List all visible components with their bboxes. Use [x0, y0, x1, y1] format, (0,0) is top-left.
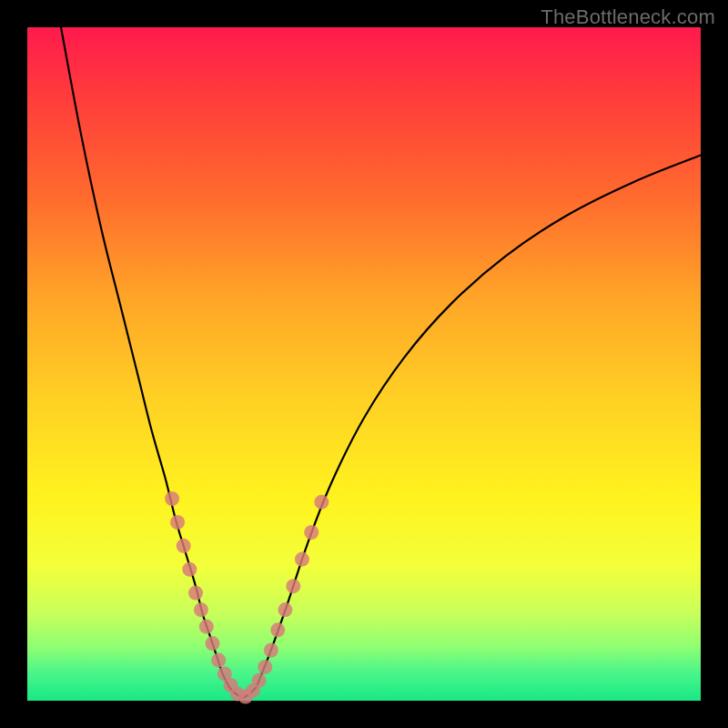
chart-frame	[27, 27, 701, 701]
sample-dot	[211, 653, 226, 668]
sample-dot	[270, 622, 285, 637]
sample-dot	[177, 539, 191, 553]
sample-dot	[182, 562, 197, 577]
sample-dot	[314, 495, 329, 510]
sample-dot	[188, 586, 203, 601]
curve-left-branch	[61, 27, 229, 687]
sample-dot	[252, 673, 267, 688]
curve-right-branch	[257, 156, 701, 688]
sample-dot	[194, 602, 208, 617]
sample-dot	[258, 660, 272, 674]
sample-dot	[170, 515, 185, 530]
sample-dot	[165, 491, 179, 506]
sample-dot	[264, 643, 278, 658]
sample-dot	[199, 620, 214, 634]
chart-svg	[27, 27, 701, 701]
sample-dot	[304, 525, 318, 540]
sample-dot	[206, 636, 220, 651]
sample-dots-group	[165, 491, 329, 704]
sample-dot	[295, 552, 309, 567]
watermark-text: TheBottleneck.com	[541, 5, 715, 29]
sample-dot	[278, 602, 292, 617]
sample-dot	[286, 579, 300, 593]
